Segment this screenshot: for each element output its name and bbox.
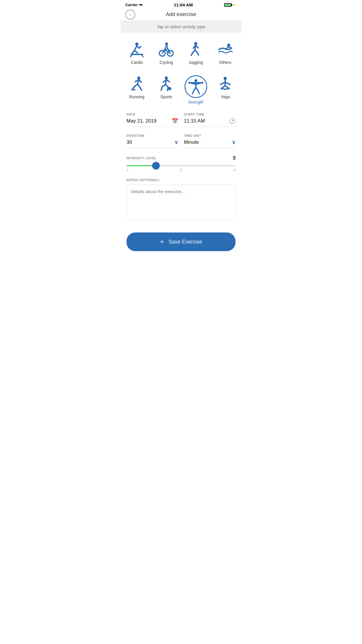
running-label: Running — [129, 94, 144, 99]
notes-textarea[interactable] — [126, 185, 236, 220]
slider-thumb[interactable] — [152, 162, 160, 169]
start-time-value: 11:15 AM — [184, 118, 205, 124]
svg-line-20 — [197, 52, 198, 55]
slider-mid-label: 5 — [180, 168, 182, 172]
slider-labels: 1 5 9 — [126, 168, 236, 172]
back-button[interactable]: ‹ — [125, 10, 135, 20]
svg-line-18 — [196, 45, 198, 48]
activity-row-1: Cardio Cycling — [121, 33, 241, 70]
activity-row-2: Running Sports — [121, 70, 241, 113]
slider-max-label: 9 — [233, 168, 236, 172]
activity-cycling[interactable]: Cycling — [153, 38, 180, 67]
yoga-label: Yoga — [221, 94, 230, 99]
status-right: ⚡ — [224, 3, 237, 7]
save-exercise-button[interactable]: + Save Exercise — [126, 232, 236, 251]
date-field[interactable]: DATE May 21, 2019 📅 — [126, 113, 178, 127]
time-unit-value-row: Minute ∨ — [184, 139, 236, 148]
svg-line-50 — [196, 88, 198, 91]
running-icon — [128, 75, 146, 93]
start-time-label: START TIME — [184, 113, 236, 116]
date-value-row: May 21, 2019 📅 — [126, 118, 178, 127]
back-icon: ‹ — [129, 12, 131, 17]
activity-others[interactable]: Others — [212, 38, 238, 67]
activity-sports[interactable]: Sports — [153, 73, 180, 107]
duration-field[interactable]: DURATION 30 ∨ — [126, 134, 178, 148]
others-label: Others — [219, 60, 231, 65]
activity-banner-text: Tap to select activity type — [157, 24, 205, 29]
svg-rect-47 — [189, 82, 190, 84]
carrier-label: Carrier — [125, 3, 138, 7]
sports-icon — [158, 75, 175, 93]
svg-point-41 — [168, 87, 171, 90]
svg-line-44 — [191, 83, 196, 84]
notes-section: NOTES (OPTIONAL) — [121, 178, 241, 227]
activity-running[interactable]: Running — [124, 73, 150, 107]
battery-icon — [224, 3, 231, 7]
slider-min-label: 1 — [126, 168, 129, 172]
intensity-section: INTENSITY LEVEL 3 1 5 9 — [121, 155, 241, 178]
intensity-value: 3 — [233, 155, 236, 161]
duration-chevron-icon: ∨ — [174, 139, 178, 146]
activity-cardio[interactable]: Cardio — [124, 38, 150, 67]
start-time-value-row: 11:15 AM 🕐 — [184, 118, 236, 127]
save-plus-icon: + — [160, 238, 164, 246]
activity-strength[interactable]: Strength — [182, 73, 209, 107]
yoga-icon — [217, 75, 234, 93]
svg-line-8 — [142, 55, 143, 57]
intensity-header: INTENSITY LEVEL 3 — [126, 155, 236, 161]
strength-icon — [187, 78, 204, 95]
wifi-icon: ▾▾ — [139, 3, 143, 7]
svg-line-56 — [225, 82, 230, 84]
save-btn-container: + Save Exercise — [121, 227, 241, 260]
svg-line-60 — [224, 88, 229, 89]
carrier-info: Carrier ▾▾ — [125, 3, 143, 7]
svg-line-31 — [140, 87, 142, 90]
sports-label: Sports — [160, 94, 172, 99]
time-unit-value: Minute — [184, 139, 199, 145]
time-unit-field[interactable]: TIME UNIT Minute ∨ — [184, 134, 236, 148]
calendar-icon: 📅 — [172, 118, 178, 124]
intensity-slider-container[interactable] — [126, 165, 236, 166]
duration-label: DURATION — [126, 134, 178, 137]
svg-rect-48 — [202, 82, 203, 84]
status-bar: Carrier ▾▾ 11:04 AM ⚡ — [121, 0, 241, 8]
intensity-label: INTENSITY LEVEL — [126, 156, 157, 160]
svg-line-51 — [192, 91, 194, 94]
duration-unit-row: DURATION 30 ∨ TIME UNIT Minute ∨ — [126, 134, 236, 148]
slider-track — [126, 165, 236, 166]
svg-line-55 — [220, 82, 225, 84]
svg-line-52 — [198, 91, 199, 94]
duration-value-row: 30 ∨ — [126, 139, 178, 148]
svg-line-5 — [139, 46, 141, 48]
date-label: DATE — [126, 113, 178, 116]
activity-yoga[interactable]: Yoga — [212, 73, 238, 107]
notes-label: NOTES (OPTIONAL) — [126, 178, 236, 182]
status-time: 11:04 AM — [174, 2, 193, 7]
jogging-icon — [187, 41, 205, 58]
cycling-icon — [158, 41, 175, 58]
svg-line-19 — [191, 53, 192, 55]
cardio-label: Cardio — [131, 60, 143, 65]
svg-line-1 — [134, 46, 137, 50]
svg-line-39 — [161, 86, 162, 90]
svg-line-23 — [229, 47, 231, 48]
duration-value: 30 — [126, 139, 132, 145]
charging-icon: ⚡ — [233, 3, 237, 7]
jogging-label: Jogging — [189, 60, 203, 65]
save-btn-label: Save Exercise — [168, 239, 202, 245]
start-time-field[interactable]: START TIME 11:15 AM 🕐 — [184, 113, 236, 127]
slider-fill — [126, 165, 156, 166]
time-unit-chevron-icon: ∨ — [232, 139, 236, 146]
strength-selected-ring — [184, 75, 207, 98]
nav-header: ‹ Add exercise — [121, 8, 241, 21]
cardio-icon — [128, 41, 146, 58]
activity-jogging[interactable]: Jogging — [182, 38, 209, 67]
strength-label: Strength — [188, 100, 203, 104]
time-unit-label: TIME UNIT — [184, 134, 236, 137]
form-section: DATE May 21, 2019 📅 START TIME 11:15 AM … — [121, 113, 241, 148]
svg-line-7 — [131, 55, 132, 57]
svg-line-29 — [139, 80, 141, 82]
activity-type-banner[interactable]: Tap to select activity type — [121, 21, 241, 33]
date-value: May 21, 2019 — [126, 118, 157, 124]
date-time-row: DATE May 21, 2019 📅 START TIME 11:15 AM … — [126, 113, 236, 127]
